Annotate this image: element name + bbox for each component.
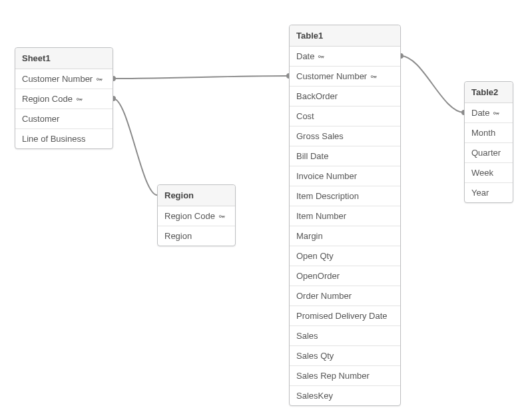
field-row[interactable]: SalesKey [290,386,400,405]
field-label: Region Code [22,94,73,104]
field-label: Sales Qty [296,351,334,361]
field-row[interactable]: Region Code⚷ [158,206,235,226]
field-row[interactable]: Region Code⚷ [15,89,113,109]
field-row[interactable]: OpenOrder [290,266,400,286]
table-title: Table1 [290,25,400,47]
table-table1[interactable]: Table1Date⚷Customer Number⚷BackOrderCost… [289,25,401,406]
field-label: Gross Sales [296,131,344,141]
field-label: Margin [296,231,323,241]
field-row[interactable]: Invoice Number [290,166,400,186]
field-row[interactable]: Item Number [290,206,400,226]
field-row[interactable]: Region [158,226,235,246]
field-label: Bill Date [296,151,328,161]
field-label: Line of Business [22,134,85,144]
field-label: Month [471,128,495,138]
key-icon: ⚷ [218,214,225,219]
field-label: Date [471,108,489,118]
field-row[interactable]: Open Qty [290,246,400,266]
field-row[interactable]: Bill Date [290,146,400,166]
field-row[interactable]: Gross Sales [290,126,400,146]
field-label: Sales [296,331,318,341]
field-row[interactable]: Week [465,163,513,183]
key-icon: ⚷ [75,97,83,102]
field-label: Item Number [296,211,346,221]
key-icon: ⚷ [96,77,103,82]
field-label: Order Number [296,291,352,301]
field-row[interactable]: Item Description [290,186,400,206]
table-table2[interactable]: Table2Date⚷MonthQuarterWeekYear [464,81,513,203]
field-label: Item Description [296,191,359,201]
table-title: Table2 [465,82,513,103]
field-row[interactable]: Sales Rep Number [290,366,400,386]
field-label: Week [471,168,493,178]
table-region[interactable]: RegionRegion Code⚷Region [157,184,236,246]
field-label: Open Qty [296,251,334,261]
field-row[interactable]: Date⚷ [465,103,513,123]
field-label: Region [164,231,192,241]
field-row[interactable]: Promised Delivery Date [290,306,400,326]
field-row[interactable]: Margin [290,226,400,246]
key-icon: ⚷ [318,54,325,59]
field-row[interactable]: BackOrder [290,87,400,106]
field-row[interactable]: Order Number [290,286,400,306]
field-label: Customer Number [296,71,367,81]
field-label: Promised Delivery Date [296,311,388,321]
field-label: Customer [22,114,59,124]
connection-line [113,99,157,195]
field-label: Sales Rep Number [296,371,370,381]
field-row[interactable]: Quarter [465,143,513,163]
connection-line [401,56,464,112]
field-row[interactable]: Month [465,123,513,143]
field-label: Region Code [164,211,215,221]
field-label: Invoice Number [296,171,357,181]
field-row[interactable]: Customer [15,109,113,129]
field-label: Cost [296,111,314,121]
field-row[interactable]: Customer Number⚷ [290,67,400,87]
field-label: BackOrder [296,91,338,101]
field-label: SalesKey [296,391,333,401]
table-title: Sheet1 [15,48,113,69]
field-label: Quarter [471,148,501,158]
field-label: Date [296,51,314,61]
connection-line [113,76,289,79]
field-row[interactable]: Date⚷ [290,47,400,67]
key-icon: ⚷ [370,74,378,79]
field-row[interactable]: Sales [290,326,400,346]
field-label: OpenOrder [296,271,340,281]
field-row[interactable]: Sales Qty [290,346,400,366]
table-title: Region [158,185,235,206]
key-icon: ⚷ [493,110,500,116]
field-row[interactable]: Cost [290,106,400,126]
table-sheet1[interactable]: Sheet1Customer Number⚷Region Code⚷Custom… [15,47,113,149]
field-label: Customer Number [22,74,93,84]
field-row[interactable]: Year [465,183,513,202]
field-row[interactable]: Customer Number⚷ [15,69,113,89]
field-label: Year [471,188,489,198]
field-row[interactable]: Line of Business [15,129,113,148]
